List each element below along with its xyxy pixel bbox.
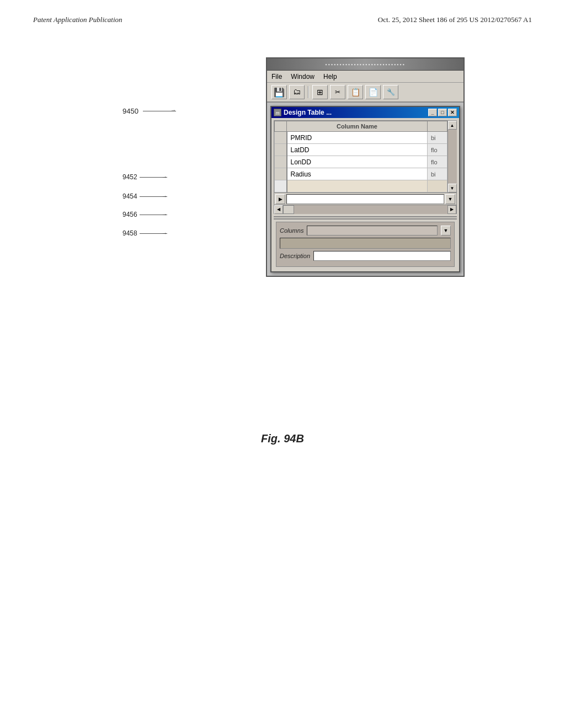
vertical-scrollbar: ▲ ▼ (447, 121, 456, 192)
toolbar: 💾 🗂 ⊞ ✂ 📋 📄 (267, 83, 463, 103)
table-cell-latdd[interactable]: LatDD (287, 144, 428, 156)
table-cell-rownum-3 (275, 156, 287, 168)
outer-titlebar-text: ▪▪▪▪▪▪▪▪▪▪▪▪▪▪▪▪▪▪▪▪▪▪▪▪▪▪▪▪ (269, 62, 461, 67)
annotation-9452: 9452 → (122, 173, 167, 181)
design-table: Column Name PMRID bi (274, 121, 447, 192)
table-cell-pmrid-type: bi (428, 132, 447, 144)
menu-bar: File Window Help (267, 71, 463, 83)
columns-dropdown-btn[interactable]: ▼ (441, 226, 451, 235)
dialog-title-buttons: _ □ ✕ (428, 109, 457, 116)
patent-header: Patent Application Publication Oct. 25, … (0, 0, 565, 30)
table-row: Radius bi (275, 168, 447, 180)
dialog-close-btn[interactable]: ✕ (448, 109, 457, 116)
app-window: ▪▪▪▪▪▪▪▪▪▪▪▪▪▪▪▪▪▪▪▪▪▪▪▪▪▪▪▪ File Window… (266, 57, 465, 277)
menu-help[interactable]: Help (323, 73, 337, 81)
toolbar-btn3[interactable]: ⊞ (312, 85, 328, 99)
scissors-icon: ✂ (335, 88, 340, 97)
dialog-body: Column Name PMRID bi (271, 118, 459, 271)
description-input[interactable] (313, 251, 451, 261)
table-container: Column Name PMRID bi (274, 120, 457, 193)
annotation-9458: 9458 → (122, 229, 167, 237)
copy-icon: 📋 (351, 88, 360, 97)
table-cell-radius[interactable]: Radius (287, 168, 428, 180)
bottom-panel: Columns ▼ Description (276, 222, 455, 267)
table-header-rownum (275, 121, 287, 132)
table-row: LatDD flo (275, 144, 447, 156)
dialog-maximize-btn[interactable]: □ (438, 109, 447, 116)
columns-row: Columns ▼ (280, 226, 451, 235)
nav-prev-btn[interactable]: ▶ (275, 194, 285, 204)
dialog-divider (274, 216, 457, 220)
hscroll-left-btn[interactable]: ◀ (274, 205, 283, 214)
annotation-9454: 9454 → (122, 192, 167, 200)
table-cell-latdd-type: flo (428, 144, 447, 156)
scroll-track (448, 130, 457, 184)
save-icon: 💾 (274, 87, 285, 98)
outer-app-frame: ▪▪▪▪▪▪▪▪▪▪▪▪▪▪▪▪▪▪▪▪▪▪▪▪▪▪▪▪ File Window… (266, 57, 465, 277)
table-row-empty-1 (275, 180, 447, 192)
columns-display-area (280, 238, 451, 249)
table-cell-pmrid[interactable]: PMRID (287, 132, 428, 144)
table-cell-londd[interactable]: LonDD (287, 156, 428, 168)
columns-label: Columns (280, 227, 303, 234)
toolbar-btn5[interactable]: 📋 (348, 85, 363, 99)
dialog-minimize-btn[interactable]: _ (428, 109, 437, 116)
toolbar-btn7[interactable]: 🔧 (383, 85, 398, 99)
toolbar-open-btn[interactable]: 🗂 (289, 85, 305, 99)
dialog-title-text: Design Table ... (284, 109, 426, 116)
toolbar-sep-1 (308, 86, 309, 98)
design-table-dialog: m Design Table ... _ □ ✕ (270, 106, 460, 272)
outer-titlebar: ▪▪▪▪▪▪▪▪▪▪▪▪▪▪▪▪▪▪▪▪▪▪▪▪▪▪▪▪ (267, 58, 463, 71)
table-cell-rownum-2 (275, 144, 287, 156)
table-header-colname: Column Name (287, 121, 428, 132)
nav-next-btn[interactable]: ▼ (445, 194, 455, 204)
hscroll-track (294, 205, 447, 214)
annotation-9456: 9456 → (122, 211, 167, 218)
grid-icon: ⊞ (317, 88, 323, 97)
columns-input[interactable] (307, 226, 438, 235)
toolbar-btn6[interactable]: 📄 (365, 85, 381, 99)
table-cell-empty-1[interactable] (287, 180, 428, 192)
table-header-type (428, 121, 447, 132)
paste-icon: 📄 (369, 88, 378, 97)
description-row: Description (280, 251, 451, 261)
patent-header-right: Oct. 25, 2012 Sheet 186 of 295 US 2012/0… (378, 15, 532, 24)
nav-input-field[interactable] (286, 194, 444, 204)
main-content: 9450 → 9452 → 9454 → 9456 (0, 30, 565, 462)
scroll-down-btn[interactable]: ▼ (448, 184, 457, 192)
description-label: Description (280, 253, 310, 259)
table-cell-empty-1-type (428, 180, 447, 192)
dialog-title-icon: m (274, 109, 281, 116)
table-cell-rownum-1 (275, 132, 287, 144)
table-row: LonDD flo (275, 156, 447, 168)
hscroll-right-btn[interactable]: ▶ (447, 205, 456, 214)
annotation-9450: 9450 → (122, 107, 176, 115)
table-cell-rownum-4 (275, 168, 287, 180)
table-wrapper: Column Name PMRID bi (274, 121, 447, 192)
horizontal-scrollbar: ◀ ▶ (274, 205, 457, 214)
table-row: PMRID bi (275, 132, 447, 144)
figure-caption: Fig. 94B (261, 432, 304, 445)
menu-window[interactable]: Window (291, 73, 315, 81)
settings-icon: 🔧 (387, 88, 395, 97)
table-cell-rownum-5 (275, 180, 287, 192)
toolbar-save-btn[interactable]: 💾 (271, 85, 287, 99)
toolbar-btn4[interactable]: ✂ (330, 85, 345, 99)
annotations-container: 9450 → 9452 → 9454 → 9456 (100, 57, 211, 388)
table-cell-radius-type: bi (428, 168, 447, 180)
open-icon: 🗂 (293, 88, 301, 97)
nav-row: ▶ ▼ (274, 193, 457, 205)
patent-header-left: Patent Application Publication (33, 15, 122, 24)
hscroll-thumb (283, 205, 294, 214)
diagram-area: 9450 → 9452 → 9454 → 9456 (33, 57, 532, 388)
dialog-titlebar: m Design Table ... _ □ ✕ (271, 107, 459, 118)
table-cell-londd-type: flo (428, 156, 447, 168)
scroll-up-btn[interactable]: ▲ (448, 121, 457, 130)
menu-file[interactable]: File (271, 73, 282, 81)
